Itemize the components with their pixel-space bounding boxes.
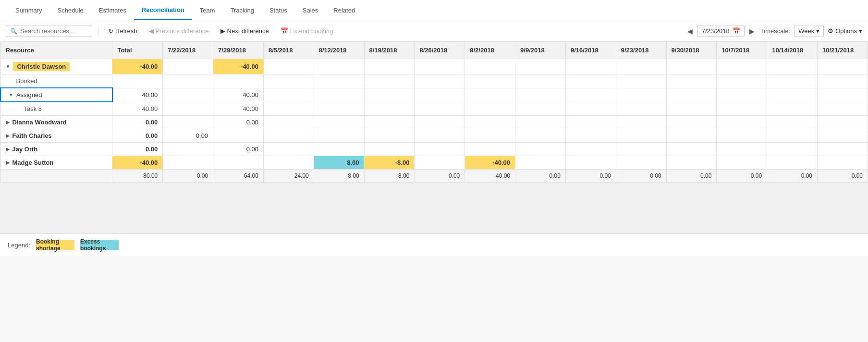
jay-1014-cell — [767, 143, 818, 156]
timescale-label: Timescale: — [760, 27, 790, 35]
nav-summary[interactable]: Summary — [8, 1, 50, 20]
faith-729-cell — [213, 129, 264, 143]
christie-923-cell — [616, 59, 666, 74]
prev-difference-button[interactable]: ◀ Previous difference — [145, 25, 213, 37]
extend-booking-button[interactable]: 📅 Extend booking — [277, 25, 337, 37]
refresh-button[interactable]: ↻ Refresh — [104, 25, 141, 37]
madge-name-cell[interactable]: ▶ Madge Sutton — [0, 156, 112, 170]
madge-expand-icon[interactable]: ▶ — [6, 160, 10, 165]
christie-107-cell — [717, 59, 767, 74]
nav-reconciliation[interactable]: Reconciliation — [134, 0, 192, 20]
totals-label-cell — [0, 170, 112, 183]
faith-1014-cell — [767, 129, 818, 143]
date-next-button[interactable]: ▶ — [747, 25, 757, 37]
task8-label-cell: Task 8 — [0, 102, 112, 116]
christie-729-cell: -40.00 — [213, 59, 264, 74]
assigned-930-cell — [666, 88, 717, 102]
options-chevron-icon: ▾ — [859, 27, 862, 35]
search-box[interactable]: 🔍 — [6, 25, 92, 37]
dianna-name-cell[interactable]: ▶ Dianna Woodward — [0, 116, 112, 129]
madge-name-label: Madge Sutton — [12, 159, 54, 166]
assigned-85-cell — [263, 88, 314, 102]
faith-total-cell: 0.00 — [112, 129, 163, 143]
options-button[interactable]: ⚙ Options ▾ — [828, 27, 862, 35]
expand-icon[interactable]: ▼ — [6, 64, 11, 69]
faith-819-cell — [364, 129, 415, 143]
timescale-select[interactable]: Week ▾ — [794, 25, 824, 37]
task8-722-cell — [163, 102, 213, 116]
dianna-722-cell — [163, 116, 213, 129]
madge-1014-cell — [767, 156, 818, 170]
total-923-cell: 0.00 — [616, 170, 666, 183]
dianna-92-cell — [465, 116, 515, 129]
faith-expand-icon[interactable]: ▶ — [6, 133, 10, 138]
christie-812-cell — [314, 59, 364, 74]
search-input[interactable] — [20, 27, 83, 35]
christie-722-cell — [163, 59, 213, 74]
booked-1014-cell — [767, 74, 818, 88]
jay-916-cell — [565, 143, 616, 156]
faith-923-cell — [616, 129, 666, 143]
date-prev-button[interactable]: ◀ — [685, 25, 695, 37]
legend-excess-bookings: Excess bookings — [80, 240, 119, 250]
header-date-826: 8/26/2018 — [415, 42, 465, 59]
assigned-label-cell[interactable]: ▼ Assigned — [0, 88, 112, 102]
christie-name-cell[interactable]: ▼ Christie Dawson — [0, 59, 112, 74]
jay-name-cell[interactable]: ▶ Jay Orth — [0, 143, 112, 156]
date-box[interactable]: 7/23/2018 📅 — [697, 25, 745, 37]
separator-1 — [98, 26, 98, 36]
next-difference-label: Next difference — [227, 27, 269, 35]
faith-name-cell[interactable]: ▶ Faith Charles — [0, 129, 112, 143]
jay-99-cell — [515, 143, 566, 156]
header-resource: Resource — [0, 42, 112, 59]
jay-826-cell — [415, 143, 465, 156]
assigned-99-cell — [515, 88, 566, 102]
task8-85-cell — [263, 102, 314, 116]
jay-92-cell — [465, 143, 515, 156]
jay-total-cell: 0.00 — [112, 143, 163, 156]
assigned-expand-icon[interactable]: ▼ — [9, 92, 13, 98]
nav-schedule[interactable]: Schedule — [50, 1, 91, 20]
nav-tracking[interactable]: Tracking — [223, 1, 262, 20]
booked-916-cell — [565, 74, 616, 88]
nav-related[interactable]: Related — [326, 1, 363, 20]
nav-estimates[interactable]: Estimates — [91, 1, 134, 20]
total-812-cell: 8.00 — [314, 170, 364, 183]
booked-923-cell — [616, 74, 666, 88]
nav-sales[interactable]: Sales — [295, 1, 326, 20]
grid-scroll-area[interactable]: Resource Total 7/22/2018 7/29/2018 8/5/2… — [0, 41, 868, 233]
booked-92-cell — [465, 74, 515, 88]
dianna-name-label: Dianna Woodward — [12, 119, 67, 126]
total-729-cell: -64.00 — [213, 170, 264, 183]
booked-819-cell — [364, 74, 415, 88]
header-date-92: 9/2/2018 — [465, 42, 515, 59]
jay-expand-icon[interactable]: ▶ — [6, 147, 10, 152]
christie-930-cell — [666, 59, 717, 74]
faith-92-cell — [465, 129, 515, 143]
next-difference-button[interactable]: ▶ Next difference — [217, 25, 273, 37]
timescale-value: Week — [798, 27, 814, 35]
faith-916-cell — [565, 129, 616, 143]
madge-99-cell — [515, 156, 566, 170]
calendar-icon: 📅 — [733, 27, 740, 35]
header-date-85: 8/5/2018 — [263, 42, 314, 59]
gear-icon: ⚙ — [828, 27, 833, 35]
header-date-819: 8/19/2018 — [364, 42, 415, 59]
total-107-cell: 0.00 — [717, 170, 767, 183]
header-date-812: 8/12/2018 — [314, 42, 364, 59]
faith-930-cell — [666, 129, 717, 143]
booked-107-cell — [717, 74, 767, 88]
dianna-expand-icon[interactable]: ▶ — [6, 120, 10, 125]
madge-819-cell: -8.00 — [364, 156, 415, 170]
jay-1021-cell — [818, 143, 868, 156]
total-722-cell: 0.00 — [163, 170, 213, 183]
task8-826-cell — [415, 102, 465, 116]
nav-status[interactable]: Status — [262, 1, 295, 20]
madge-total-cell: -40.00 — [112, 156, 163, 170]
header-date-722: 7/22/2018 — [163, 42, 213, 59]
booked-722-cell — [163, 74, 213, 88]
dianna-total-cell: 0.00 — [112, 116, 163, 129]
nav-team[interactable]: Team — [192, 1, 223, 20]
chevron-down-icon: ▾ — [816, 27, 819, 35]
dianna-1014-cell — [767, 116, 818, 129]
